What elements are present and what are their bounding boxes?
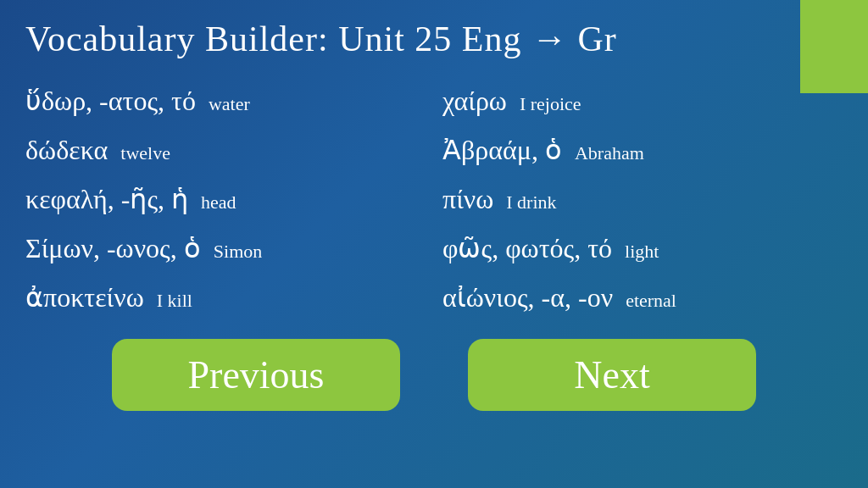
- vocab-item: ἀποκτείνω I kill: [25, 277, 426, 318]
- vocab-item: Ἀβραάμ, ὁ Abraham: [442, 130, 843, 170]
- vocab-item: φῶς, φωτός, τό light: [442, 228, 843, 269]
- english-text: I rejoice: [520, 93, 581, 114]
- english-text: I drink: [506, 191, 556, 213]
- greek-text: δώδεκα: [25, 135, 108, 165]
- english-text: water: [209, 93, 250, 114]
- greek-text: χαίρω: [442, 86, 507, 116]
- vocab-item: δώδεκα twelve: [25, 130, 426, 170]
- greek-text: ἀποκτείνω: [25, 282, 144, 313]
- right-column: χαίρω I rejoiceἈβραάμ, ὁ Abrahamπίνω I d…: [442, 80, 843, 318]
- english-text: Simon: [214, 241, 262, 262]
- greek-text: Ἀβραάμ, ὁ: [442, 135, 562, 165]
- english-text: eternal: [626, 290, 676, 311]
- greek-text: Σίμων, -ωνος, ὁ: [25, 233, 201, 263]
- page-title: Vocabulary Builder: Unit 25 Eng → Gr: [25, 19, 617, 58]
- vocab-item: πίνω I drink: [442, 179, 843, 219]
- greek-text: κεφαλή, -ῆς, ἡ: [25, 184, 188, 214]
- vocab-item: αἰώνιος, -α, -ον eternal: [442, 277, 843, 318]
- next-button[interactable]: Next: [468, 339, 756, 411]
- vocab-item: χαίρω I rejoice: [442, 80, 843, 121]
- english-text: twelve: [120, 142, 170, 164]
- navigation-buttons: Previous Next: [0, 326, 868, 428]
- greek-text: ὕδωρ, -ατος, τό: [25, 86, 196, 116]
- greek-text: πίνω: [442, 184, 493, 214]
- vocab-item: ὕδωρ, -ατος, τό water: [25, 80, 426, 121]
- vocab-content: ὕδωρ, -ατος, τό waterδώδεκα twelveκεφαλή…: [0, 68, 868, 326]
- header: Vocabulary Builder: Unit 25 Eng → Gr: [0, 0, 868, 68]
- english-text: Abraham: [575, 142, 644, 164]
- english-text: head: [201, 191, 236, 213]
- previous-button[interactable]: Previous: [112, 339, 400, 411]
- left-column: ὕδωρ, -ατος, τό waterδώδεκα twelveκεφαλή…: [25, 80, 426, 318]
- greek-text: φῶς, φωτός, τό: [442, 233, 612, 263]
- green-accent-block: [800, 0, 868, 93]
- vocab-item: κεφαλή, -ῆς, ἡ head: [25, 179, 426, 219]
- greek-text: αἰώνιος, -α, -ον: [442, 282, 613, 313]
- english-text: light: [625, 241, 659, 262]
- vocab-item: Σίμων, -ωνος, ὁ Simon: [25, 228, 426, 269]
- english-text: I kill: [157, 290, 192, 311]
